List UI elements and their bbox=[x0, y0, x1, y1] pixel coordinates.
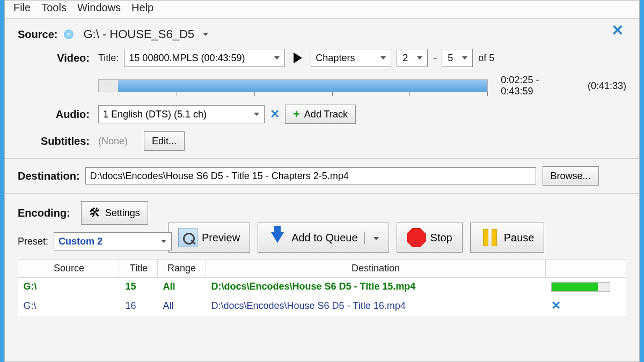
range-to-select[interactable] bbox=[442, 49, 473, 67]
source-dropdown-icon[interactable] bbox=[203, 33, 208, 36]
stop-icon bbox=[407, 228, 426, 247]
pause-label: Pause bbox=[504, 232, 535, 244]
col-title[interactable]: Title bbox=[120, 260, 158, 278]
preview-button[interactable]: Preview bbox=[168, 223, 250, 253]
remove-audio-icon[interactable]: ✕ bbox=[270, 107, 280, 121]
cell-source: G:\ bbox=[18, 295, 120, 316]
preview-label: Preview bbox=[202, 232, 240, 244]
destination-label: Destination: bbox=[18, 170, 85, 182]
plus-icon: + bbox=[293, 107, 300, 121]
menu-file[interactable]: File bbox=[13, 2, 31, 14]
pause-button[interactable]: Pause bbox=[470, 223, 545, 253]
cell-title: 15 bbox=[120, 278, 158, 296]
play-icon[interactable] bbox=[294, 53, 302, 63]
menu-windows[interactable]: Windows bbox=[77, 2, 121, 14]
audio-track-select[interactable] bbox=[98, 105, 265, 123]
menu-tools[interactable]: Tools bbox=[41, 2, 67, 14]
remove-row-icon[interactable]: ✕ bbox=[551, 299, 561, 312]
cell-title: 16 bbox=[120, 295, 158, 316]
preset-label: Preset: bbox=[18, 236, 48, 247]
col-source[interactable]: Source bbox=[18, 260, 120, 278]
pause-icon bbox=[480, 228, 500, 247]
preview-icon bbox=[178, 228, 197, 247]
timeline[interactable] bbox=[98, 79, 488, 92]
video-label: Video: bbox=[18, 52, 98, 64]
encoding-label: Encoding: bbox=[18, 207, 81, 219]
audio-label: Audio: bbox=[18, 108, 98, 121]
edit-subtitles-button[interactable]: Edit... bbox=[144, 131, 185, 151]
range-mode-select[interactable] bbox=[311, 49, 391, 67]
queue-table: Source Title Range Destination G:\15AllD… bbox=[18, 259, 626, 316]
col-range[interactable]: Range bbox=[158, 260, 206, 278]
subtitles-value: (None) bbox=[98, 136, 128, 147]
add-to-queue-label: Add to Queue bbox=[291, 232, 357, 244]
range-dash: - bbox=[433, 53, 436, 64]
preset-select[interactable] bbox=[54, 232, 172, 250]
add-to-queue-button[interactable]: Add to Queue bbox=[258, 223, 389, 253]
cell-range: All bbox=[158, 295, 206, 316]
settings-icon: 🛠 bbox=[89, 206, 101, 220]
destination-input[interactable] bbox=[85, 167, 536, 184]
table-row[interactable]: G:\15AllD:\docs\Encodes\House S6 D5 - Ti… bbox=[18, 278, 626, 296]
progress-bar bbox=[551, 282, 610, 292]
table-row[interactable]: G:\16AllD:\docs\Encodes\House S6 D5 - Ti… bbox=[18, 295, 626, 316]
cell-range: All bbox=[158, 278, 206, 296]
title-select[interactable] bbox=[124, 49, 285, 67]
range-of-label: of 5 bbox=[478, 53, 494, 64]
cell-source: G:\ bbox=[18, 278, 120, 296]
stop-button[interactable]: Stop bbox=[397, 223, 463, 253]
source-path[interactable]: G:\ - HOUSE_S6_D5 bbox=[83, 27, 194, 41]
cell-destination: D:\docs\Encodes\House S6 D5 - Title 16.m… bbox=[206, 295, 546, 316]
add-track-button[interactable]: +Add Track bbox=[285, 105, 356, 124]
source-label: Source: bbox=[18, 28, 64, 41]
stop-label: Stop bbox=[430, 232, 452, 244]
cell-destination: D:\docs\Encodes\House S6 D5 - Title 15.m… bbox=[206, 278, 546, 296]
settings-button[interactable]: 🛠Settings bbox=[81, 201, 148, 225]
range-from-select[interactable] bbox=[397, 49, 428, 67]
time-range: 0:02:25 - 0:43:59 bbox=[501, 75, 573, 97]
browse-button[interactable]: Browse... bbox=[543, 166, 599, 186]
settings-label: Settings bbox=[105, 208, 140, 219]
title-label: Title: bbox=[98, 53, 119, 64]
arrow-down-icon bbox=[268, 228, 287, 247]
close-icon[interactable]: ✕ bbox=[611, 21, 624, 39]
menu-help[interactable]: Help bbox=[131, 2, 153, 14]
col-destination[interactable]: Destination bbox=[206, 260, 546, 278]
queue-split-dropdown[interactable] bbox=[364, 232, 379, 244]
col-status bbox=[546, 260, 626, 278]
time-duration: (0:41:33) bbox=[588, 80, 626, 92]
add-track-label: Add Track bbox=[304, 109, 348, 120]
disc-icon bbox=[64, 29, 74, 39]
subtitles-label: Subtitles: bbox=[18, 135, 98, 147]
menubar: File Tools Windows Help bbox=[5, 1, 639, 19]
